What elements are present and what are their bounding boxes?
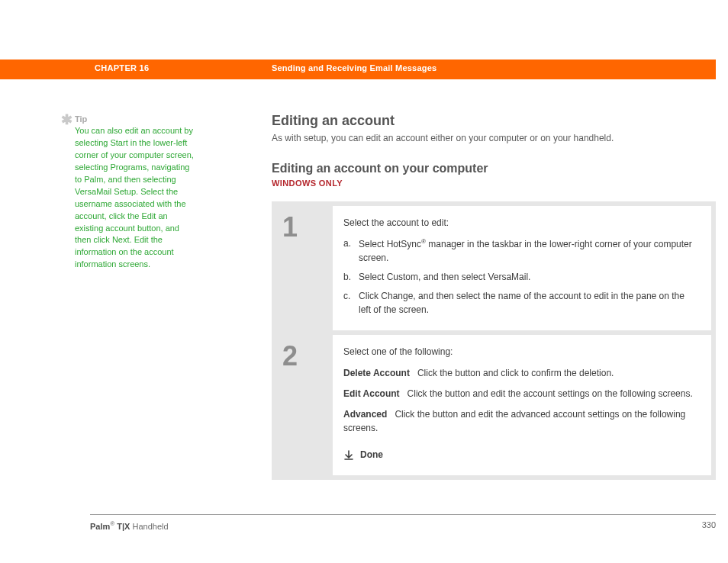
done-arrow-icon	[343, 450, 354, 461]
substep-text: Click Change, and then select the name o…	[359, 290, 696, 317]
section-heading: Editing an account	[272, 113, 716, 129]
step-lead: Select the account to edit:	[343, 217, 696, 230]
option-label: Edit Account	[343, 388, 400, 399]
option-row: Advanced Click the button and edit the a…	[343, 408, 696, 435]
option-desc: Click the button and edit the account se…	[407, 388, 693, 399]
substep-letter: a.	[343, 237, 359, 265]
substep: a. Select HotSync® manager in the taskba…	[343, 237, 696, 265]
tip-sidebar: ✱ Tip You can also edit an account by se…	[75, 114, 197, 271]
footer-rule	[90, 514, 716, 515]
tip-body: You can also edit an account by selectin…	[75, 125, 197, 271]
step-row: 2 Select one of the following: Delete Ac…	[276, 335, 711, 475]
chapter-title: Sending and Receiving Email Messages	[272, 63, 436, 72]
done-row: Done	[343, 449, 696, 462]
steps-container: 1 Select the account to edit: a. Select …	[272, 201, 716, 481]
tip-heading: Tip	[75, 114, 197, 124]
option-desc: Click the button and click to confirm th…	[417, 368, 614, 378]
chapter-number: CHAPTER 16	[95, 63, 149, 72]
substep: c. Click Change, and then select the nam…	[343, 290, 696, 317]
platform-note: WINDOWS ONLY	[272, 179, 716, 188]
step-number: 2	[282, 343, 333, 370]
asterisk-icon: ✱	[61, 113, 72, 127]
step-lead: Select one of the following:	[343, 346, 696, 359]
option-label: Advanced	[343, 409, 387, 420]
main-content: Editing an account As with setup, you ca…	[272, 113, 716, 480]
subsection-heading: Editing an account on your computer	[272, 162, 716, 175]
step-number: 1	[282, 214, 333, 241]
substep-letter: c.	[343, 290, 359, 317]
substep-text: Select Custom, and then select VersaMail…	[359, 271, 696, 284]
option-desc: Click the button and edit the advanced a…	[343, 409, 685, 433]
substep: b. Select Custom, and then select VersaM…	[343, 271, 696, 284]
step-content: Select one of the following: Delete Acco…	[333, 335, 711, 475]
footer-page-number: 330	[702, 520, 716, 529]
step-content: Select the account to edit: a. Select Ho…	[333, 206, 711, 330]
section-intro: As with setup, you can edit an account e…	[272, 132, 716, 145]
option-label: Delete Account	[343, 368, 410, 378]
option-row: Edit Account Click the button and edit t…	[343, 388, 696, 401]
footer-product: Palm® T|X Handheld	[90, 520, 169, 531]
step-row: 1 Select the account to edit: a. Select …	[276, 206, 711, 330]
substep-text: Select HotSync® manager in the taskbar i…	[359, 237, 696, 265]
done-label: Done	[360, 449, 383, 462]
option-row: Delete Account Click the button and clic…	[343, 367, 696, 380]
substep-letter: b.	[343, 271, 359, 284]
